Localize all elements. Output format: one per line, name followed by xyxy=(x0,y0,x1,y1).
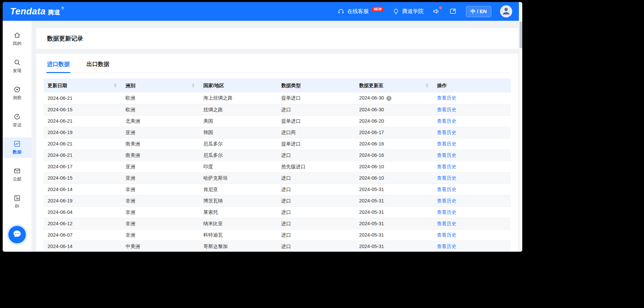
view-history-link[interactable]: 查看历史 xyxy=(437,244,457,249)
cell-continent: 亚洲 xyxy=(121,161,199,172)
column-header-update_date[interactable]: 更新日期 xyxy=(44,78,121,93)
view-history-link[interactable]: 查看历史 xyxy=(437,130,457,135)
sidebar-item-insight[interactable]: 洞察 xyxy=(3,83,32,104)
table-row: 2024-06-19亚洲韩国进口商2024-06-17查看历史 xyxy=(44,127,511,138)
column-header-updated_to[interactable]: 数据更新至 xyxy=(355,78,433,93)
cell-data-type: 提单进口 xyxy=(277,138,355,149)
table-wrap: 更新日期洲别国家/地区数据类型数据更新至操作 2024-06-21欧洲海上丝绸之… xyxy=(44,78,511,252)
tab-import[interactable]: 进口数据 xyxy=(46,54,70,73)
column-label: 国家/地区 xyxy=(203,82,224,89)
logo-chinese: 腾道 xyxy=(48,8,60,16)
sidebar-item-mail[interactable]: 云邮 xyxy=(3,165,32,185)
view-history-link[interactable]: 查看历史 xyxy=(437,175,457,181)
table-row: 2024-06-14非洲肯尼亚进口2024-05-31查看历史 xyxy=(44,184,511,195)
view-history-link[interactable]: 查看历史 xyxy=(437,141,457,146)
data-update-card: 进口数据出口数据 更新日期洲别国家/地区数据类型数据更新至操作 2024-06-… xyxy=(36,54,518,252)
table-row: 2024-06-21北美洲美国提单进口2024-06-20查看历史 xyxy=(44,115,511,127)
announcement-icon[interactable] xyxy=(432,7,440,15)
table-row: 2024-06-14中美洲哥斯达黎加进口2024-05-31查看历史 xyxy=(44,241,511,252)
view-history-link[interactable]: 查看历史 xyxy=(437,187,457,192)
cell-region: 博茨瓦纳 xyxy=(199,195,277,206)
column-header-region: 国家/地区 xyxy=(199,78,277,93)
fullscreen-icon[interactable] xyxy=(449,7,457,15)
sidebar-item-label: 云邮 xyxy=(13,176,21,182)
academy-button[interactable]: 腾道学院 xyxy=(392,8,424,15)
cell-updated-to: 2024-06-17 xyxy=(355,127,433,138)
tendata-logo[interactable]: Tendata 腾道 ® xyxy=(10,6,64,17)
column-label: 数据类型 xyxy=(281,82,301,89)
topbar-actions: 在线客服NEW腾道学院 中 / EN xyxy=(337,5,512,17)
tab-bar: 进口数据出口数据 xyxy=(44,54,511,73)
table-row: 2024-06-12非洲纳米比亚进口2024-05-31查看历史 xyxy=(44,218,511,229)
cell-data-type: 进口 xyxy=(277,104,355,115)
view-history-link[interactable]: 查看历史 xyxy=(437,209,457,215)
sort-desc-icon[interactable] xyxy=(192,86,195,87)
cell-updated-to: 2024-06-20 xyxy=(355,115,433,127)
cell-region: 纳米比亚 xyxy=(199,218,277,229)
sort-icon[interactable] xyxy=(114,83,117,87)
sort-icon[interactable] xyxy=(192,83,195,87)
cell-region: 厄瓜多尔 xyxy=(199,149,277,161)
cell-action: 查看历史 xyxy=(433,115,511,127)
sidebar-item-discover[interactable]: 发现 xyxy=(3,56,32,76)
view-history-link[interactable]: 查看历史 xyxy=(437,221,457,226)
table-row: 2024-06-15欧洲丝绸之路进口2024-06-30查看历史 xyxy=(44,104,511,115)
sidebar-item-bi[interactable]: BIBI xyxy=(3,192,32,211)
cell-update-date: 2024-06-21 xyxy=(44,115,121,127)
cell-update-date: 2024-06-14 xyxy=(44,241,121,252)
cell-data-type: 进口 xyxy=(277,172,355,184)
cell-data-type: 提单进口 xyxy=(277,93,355,104)
cell-updated-to: 2024-06-16 xyxy=(355,149,433,161)
cell-updated-to: 2024-06-16 xyxy=(355,138,433,149)
cell-updated-to: 2024-05-31 xyxy=(355,241,433,252)
view-history-link[interactable]: 查看历史 xyxy=(437,118,457,124)
body-row: 我的发现洞察雷达数据云邮BIBI » 数据更新记录 进口数据出口数据 更新日期洲… xyxy=(3,21,522,252)
insight-icon xyxy=(13,86,21,93)
sort-desc-icon[interactable] xyxy=(426,86,428,87)
sort-icon[interactable] xyxy=(426,83,428,87)
cell-region: 美国 xyxy=(199,115,277,127)
cell-action: 查看历史 xyxy=(433,93,511,104)
cell-action: 查看历史 xyxy=(433,206,511,218)
view-history-link[interactable]: 查看历史 xyxy=(437,95,457,101)
tab-export[interactable]: 出口数据 xyxy=(86,54,110,73)
sidebar-item-home[interactable]: 我的 xyxy=(3,29,32,49)
page-scrollbar[interactable] xyxy=(519,2,522,252)
cell-update-date: 2024-06-19 xyxy=(44,195,121,206)
cell-region: 肯尼亚 xyxy=(199,184,277,195)
online-service-button[interactable]: 在线客服NEW xyxy=(337,8,383,15)
bulb-icon xyxy=(392,8,399,15)
cell-continent: 欧洲 xyxy=(121,93,199,104)
view-history-link[interactable]: 查看历史 xyxy=(437,198,457,203)
cell-continent: 北美洲 xyxy=(121,115,199,127)
topbar: Tendata 腾道 ® 在线客服NEW腾道学院 中 / EN xyxy=(3,2,522,21)
sort-asc-icon[interactable] xyxy=(426,83,428,85)
sort-asc-icon[interactable] xyxy=(114,83,117,85)
collapse-sidebar-button[interactable]: » xyxy=(15,249,19,252)
cell-continent: 非洲 xyxy=(121,218,199,229)
view-history-link[interactable]: 查看历史 xyxy=(437,164,457,169)
search-icon xyxy=(13,59,21,66)
view-history-link[interactable]: 查看历史 xyxy=(437,152,457,158)
sidebar-item-data[interactable]: 数据 xyxy=(3,137,32,158)
cell-data-type: 进口 xyxy=(277,149,355,161)
help-icon[interactable]: ? xyxy=(386,96,391,101)
cell-updated-to: 2024-06-10 xyxy=(355,161,433,172)
user-avatar[interactable] xyxy=(500,5,512,17)
new-badge: NEW xyxy=(372,7,383,12)
sort-asc-icon[interactable] xyxy=(192,83,195,85)
cell-action: 查看历史 xyxy=(433,104,511,115)
mail-icon xyxy=(13,167,21,175)
scrollbar-thumb[interactable] xyxy=(520,21,522,48)
sort-desc-icon[interactable] xyxy=(114,86,117,87)
cell-action: 查看历史 xyxy=(433,184,511,195)
view-history-link[interactable]: 查看历史 xyxy=(437,232,457,238)
chat-fab-button[interactable] xyxy=(8,226,26,243)
view-history-link[interactable]: 查看历史 xyxy=(437,107,457,112)
column-header-continent[interactable]: 洲别 xyxy=(121,78,199,93)
sidebar-item-radar[interactable]: 雷达 xyxy=(3,110,32,131)
registered-mark-icon: ® xyxy=(61,6,64,10)
cell-action: 查看历史 xyxy=(433,218,511,229)
table-body: 2024-06-21欧洲海上丝绸之路提单进口2024-06-30?查看历史202… xyxy=(44,93,511,252)
language-toggle-button[interactable]: 中 / EN xyxy=(466,6,491,17)
